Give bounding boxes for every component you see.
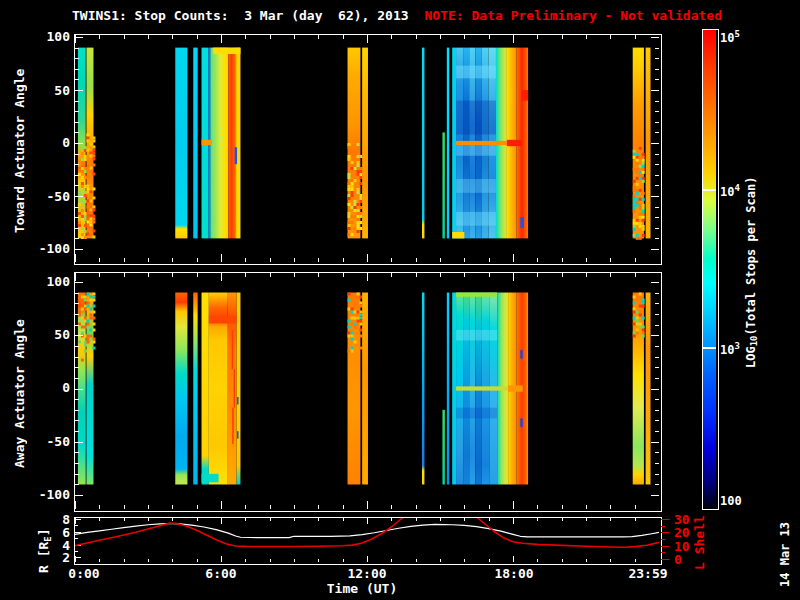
colorbar-tick-1e5: 105 <box>720 27 740 45</box>
away-ytick-50: 50 <box>0 327 70 342</box>
toward-spectrogram-panel <box>74 34 662 265</box>
colorbar <box>702 29 719 510</box>
toward-ytick-50: 50 <box>0 83 70 98</box>
r-tick-2: 2 <box>0 550 70 565</box>
x-axis-title: Time (UT) <box>327 581 397 596</box>
title-main: TWINS1: Stop Counts: 3 Mar (day 62), 201… <box>72 8 409 23</box>
xtick-1200: 12:00 <box>347 566 386 581</box>
xtick-2359: 23:59 <box>628 566 667 581</box>
xtick-1800: 18:00 <box>494 566 533 581</box>
colorbar-tick-1e3: 103 <box>720 339 740 357</box>
xtick-0600: 6:00 <box>205 566 236 581</box>
colorbar-tick-dash-1e3 <box>703 347 716 349</box>
orbit-line-panel <box>74 517 662 565</box>
xtick-0000: 0:00 <box>68 566 99 581</box>
away-spectrogram-panel <box>74 272 662 512</box>
date-stamp: 14 Mar 13 <box>778 517 792 587</box>
colorbar-tick-1e4: 104 <box>720 181 740 199</box>
colorbar-axis-title: LOG10(Total Stops per Scan) <box>744 168 761 368</box>
away-ytick-m100: -100 <box>0 487 70 502</box>
toward-spectrogram-canvas <box>75 35 659 262</box>
colorbar-gradient <box>703 30 716 507</box>
lshell-tick-0: 0 <box>674 552 682 567</box>
away-spectrogram-canvas <box>75 273 659 509</box>
colorbar-tick-100: 100 <box>720 494 742 508</box>
away-ytick-m50: -50 <box>0 434 70 449</box>
lshell-axis-title: L Shell <box>692 512 708 570</box>
toward-ytick-0: 0 <box>0 135 70 150</box>
plot-page: TWINS1: Stop Counts: 3 Mar (day 62), 201… <box>0 0 800 600</box>
colorbar-tick-dash-1e4 <box>703 189 716 191</box>
away-ytick-0: 0 <box>0 380 70 395</box>
toward-ytick-m100: -100 <box>0 241 70 256</box>
title-preliminary-note: NOTE: Data Preliminary - Not validated <box>425 8 722 23</box>
lshell-tick-20: 20 <box>674 525 690 540</box>
toward-ytick-m50: -50 <box>0 189 70 204</box>
toward-ytick-100: 100 <box>0 29 70 44</box>
lshell-outer-ticks <box>661 517 673 563</box>
orbit-line-canvas <box>75 518 659 562</box>
away-ytick-100: 100 <box>0 274 70 289</box>
page-title: TWINS1: Stop Counts: 3 Mar (day 62), 201… <box>72 8 722 23</box>
